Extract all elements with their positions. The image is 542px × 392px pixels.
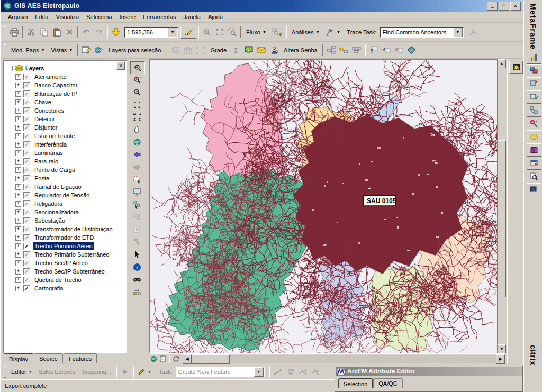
grade-button[interactable]: Grade [207,44,230,56]
layer-checkbox[interactable]: ✓ [23,74,30,80]
layer-item[interactable]: +✓Aterramento [7,72,125,81]
expand-icon[interactable]: + [15,277,21,283]
layer-item[interactable]: +✓Regulador de Tensão [7,191,125,199]
layer-checkbox[interactable]: ✓ [23,99,30,106]
vistas-button[interactable]: Vistas▼ [48,44,76,56]
app-shortcut-book-button[interactable] [527,143,541,157]
expand-icon[interactable]: + [15,226,21,232]
layer-label[interactable]: Interferência [33,141,68,148]
expand-icon[interactable]: + [15,269,21,275]
expand-icon[interactable]: + [15,184,21,190]
layers-selecao-button[interactable]: Layers para seleção... [105,44,169,56]
zoom-to-extent-button[interactable] [226,26,239,38]
layer-label[interactable]: Luminárias [33,149,65,157]
toolbar-grip[interactable] [4,366,6,378]
expand-icon[interactable]: + [15,150,21,156]
layer-item[interactable]: +✓Religadora [7,199,125,208]
clear-selection-button[interactable] [130,211,144,223]
page-edit-button[interactable] [80,44,93,56]
trim-tool-button[interactable] [310,366,322,378]
layer-item[interactable]: +✓Quebra de Trecho [7,276,125,284]
layer-item[interactable]: +✓Banco Capacitor [7,81,125,89]
expand-icon[interactable]: + [15,83,21,88]
export-button[interactable] [255,44,268,56]
open-table-button[interactable] [182,44,194,56]
layer-item[interactable]: +✓Poste [7,174,125,183]
layer-label[interactable]: Seccionalizadora [33,208,80,216]
identify-button[interactable]: i [130,261,144,273]
layer-label[interactable]: Quebra de Trecho [33,276,83,284]
tab-qaqc[interactable]: QA/QC [373,378,402,388]
editor-menu-button[interactable]: Editor▼ [8,366,35,378]
layer-label[interactable]: Transformador de ETD [33,234,95,241]
zoom-to-selection-button[interactable] [201,26,213,38]
layer-label[interactable]: Trecho Primário Subterrâneo [33,251,111,258]
layer-checkbox[interactable]: ✓ [23,90,30,97]
minimize-button[interactable]: _ [487,2,498,11]
zoom-out-tool-button[interactable] [130,86,144,98]
menu-edita[interactable]: Edita [31,13,52,21]
expand-icon[interactable]: + [15,108,21,114]
layer-label[interactable]: Chave [33,98,53,106]
layer-checkbox[interactable]: ✓ [23,116,30,123]
layer-label[interactable]: Bifurcação de IP [33,90,79,97]
delete-button[interactable] [63,26,76,38]
map-vscrollbar[interactable]: ▲ ▼ [498,59,506,353]
layer-label[interactable]: Regulador de Tensão [33,192,91,199]
layer-item[interactable]: +✓Detecur [7,115,125,123]
cut-button[interactable] [25,26,38,38]
layer-checkbox[interactable]: ✓ [23,124,30,131]
layer-checkbox[interactable]: ✓ [23,234,30,241]
layer-label[interactable]: Detecur [33,115,57,123]
back-extent-button[interactable] [130,149,144,160]
vscroll-thumb[interactable] [498,140,506,297]
close-button[interactable]: ✕ [510,2,521,11]
layout-view-button[interactable] [158,355,167,363]
move-up-button[interactable] [380,44,393,56]
expand-icon[interactable]: + [15,286,21,291]
fixed-zoom-out-button[interactable] [130,111,144,123]
redo-button[interactable] [93,26,105,38]
layer-checkbox[interactable]: ✓ [23,192,30,199]
toolbar-grip[interactable] [4,26,6,38]
print-button[interactable] [8,26,21,38]
layer-label[interactable]: Trecho Primário Aéreo [33,242,94,250]
layer-item[interactable]: +✓Conectores [7,106,125,115]
expand-icon[interactable]: + [15,116,21,122]
scroll-left-button[interactable]: ◀ [183,354,192,364]
tab-selection[interactable]: Selection [338,378,373,388]
layer-item[interactable]: +✓Chave [7,98,125,106]
sketch-line-button[interactable] [272,366,284,378]
menu-janela[interactable]: Janela [180,13,204,21]
scroll-up-button[interactable]: ▲ [498,59,506,68]
help-diamond-button[interactable] [405,44,418,56]
app-shortcut-chart-button[interactable] [527,51,541,64]
scroll-right-button[interactable]: ▶ [496,354,505,364]
layer-item[interactable]: +✓Trecho Sec/IP Aéreo [7,259,125,267]
layer-checkbox[interactable]: ✓ [23,175,30,182]
mod-pags-button[interactable]: Mod. Pags▼ [8,44,48,56]
layer-label[interactable]: Conectores [33,107,66,114]
toc-close-button[interactable]: x [116,62,125,70]
copy-button[interactable] [38,26,50,38]
sigma-button[interactable]: Σ [230,44,242,56]
menu-ferramentas[interactable]: Ferramentas [139,13,179,21]
layer-label[interactable]: Banco Capacitor [33,81,79,89]
magnifier-window-button[interactable] [130,186,144,198]
flow-display-button[interactable]: A [269,26,284,38]
trace-task-combo[interactable]: Find Common Ancestors ▼ [380,27,464,38]
play-sketch-button[interactable] [119,366,131,378]
select-area-button[interactable] [130,174,144,185]
expand-icon[interactable]: + [15,201,21,207]
paste-button[interactable] [50,26,63,38]
menu-visualiza[interactable]: Visualiza [52,13,83,21]
layer-label[interactable]: Ponto de Carga [33,166,77,174]
select-lines-button[interactable] [169,44,182,56]
expand-icon[interactable]: + [15,74,21,80]
layer-item[interactable]: +✓Transformador de ETD [7,233,125,242]
layer-checkbox[interactable]: ✓ [23,268,30,275]
find-button[interactable] [130,274,144,285]
expand-icon[interactable]: + [15,193,21,198]
layer-item[interactable]: +✓Disjuntor [7,123,125,132]
tab-display[interactable]: Display [4,353,33,363]
